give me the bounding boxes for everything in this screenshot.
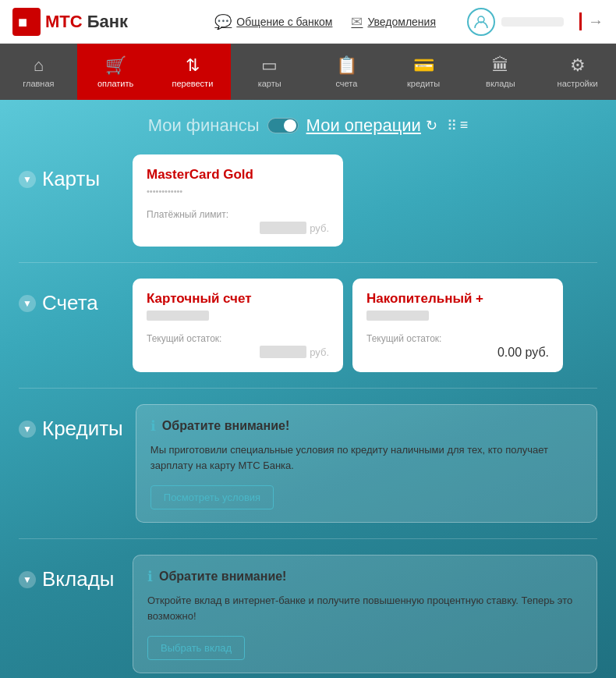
credits-icon: 💳 xyxy=(413,55,434,76)
deposits-choose-button[interactable]: Выбрать вклад xyxy=(147,636,245,660)
credits-attention-title: Обратите внимание! xyxy=(162,419,289,433)
cards-icon: ▭ xyxy=(261,55,278,76)
accounts-section-label: ▼ Счета xyxy=(19,279,120,315)
view-toggle-switch[interactable] xyxy=(267,118,299,133)
tab-operations[interactable]: Мои операции xyxy=(306,115,421,136)
deposits-icon: 🏛 xyxy=(492,55,509,76)
list-view-button[interactable]: ≡ xyxy=(460,117,469,134)
avatar[interactable] xyxy=(467,8,495,36)
credits-section: ▼ Кредиты ℹ Обратите внимание! Мы пригот… xyxy=(19,404,597,523)
grid-view-button[interactable]: ⠿ xyxy=(447,117,457,134)
info-icon: ℹ xyxy=(150,417,156,435)
home-icon: ⌂ xyxy=(34,55,44,76)
nav-item-credits[interactable]: 💳 кредиты xyxy=(385,44,462,100)
transfer-icon: ⇅ xyxy=(186,55,200,76)
notifications-link[interactable]: ✉ Уведомления xyxy=(351,13,436,30)
mts-logo-icon: ■ xyxy=(12,8,41,36)
deposits-section-toggle[interactable]: ▼ xyxy=(19,571,36,588)
credits-info-header: ℹ Обратите внимание! xyxy=(150,417,582,435)
deposits-attention-text: Откройте вклад в интернет-банке и получи… xyxy=(147,593,582,623)
credits-section-toggle[interactable]: ▼ xyxy=(19,421,36,438)
user-area: → xyxy=(467,8,604,36)
deposits-info-header: ℹ Обратите внимание! xyxy=(147,568,582,585)
tab-finances[interactable]: Мои финансы xyxy=(148,115,260,136)
brand-name: МТС Банк xyxy=(45,12,128,32)
refresh-button[interactable]: ↻ xyxy=(426,117,437,134)
cards-section-toggle[interactable]: ▼ xyxy=(19,171,36,188)
savings-title: Накопительный + xyxy=(366,291,549,307)
account-title: Карточный счет xyxy=(147,291,329,307)
deposits-attention-title: Обратите внимание! xyxy=(159,570,286,584)
card-account-card[interactable]: Карточный счет Текущий остаток: руб. xyxy=(133,279,343,372)
card-number: •••••••••••• xyxy=(147,186,329,197)
chat-link[interactable]: 💬 Общение с банком xyxy=(214,13,332,30)
cards-divider xyxy=(19,262,597,263)
mail-icon: ✉ xyxy=(351,13,363,30)
logo: ■ МТС Банк xyxy=(12,8,128,36)
nav-item-home[interactable]: ⌂ главная xyxy=(0,44,77,100)
cards-list: MasterCard Gold •••••••••••• Платёжный л… xyxy=(133,154,597,247)
nav-item-pay[interactable]: 🛒 оплатить xyxy=(77,44,154,100)
balance-label: Текущий остаток: xyxy=(147,333,329,344)
account-number xyxy=(147,310,329,321)
main-content: Мои финансы Мои операции ↻ ⠿ ≡ ▼ Карты M… xyxy=(0,100,616,678)
logout-button[interactable]: → xyxy=(579,12,604,30)
savings-balance-label: Текущий остаток: xyxy=(366,333,549,344)
savings-balance-value: 0.00 руб. xyxy=(366,346,549,360)
view-toggle-group: ⠿ ≡ xyxy=(447,117,469,134)
cards-section: ▼ Карты MasterCard Gold •••••••••••• Пла… xyxy=(19,154,597,247)
nav-item-accounts[interactable]: 📋 счета xyxy=(308,44,385,100)
user-name xyxy=(501,17,564,27)
pay-icon: 🛒 xyxy=(105,55,126,76)
nav-item-settings[interactable]: ⚙ настройки xyxy=(539,44,616,100)
nav-item-cards[interactable]: ▭ карты xyxy=(231,44,308,100)
accounts-list: Карточный счет Текущий остаток: руб. Нак… xyxy=(133,279,597,372)
deposits-info-icon: ℹ xyxy=(147,568,153,585)
deposits-section: ▼ Вклады ℹ Обратите внимание! Откройте в… xyxy=(19,555,597,673)
nav-item-transfer[interactable]: ⇅ перевести xyxy=(154,44,232,100)
credits-divider xyxy=(19,538,597,539)
nav-item-deposits[interactable]: 🏛 вклады xyxy=(462,44,540,100)
cards-section-label: ▼ Карты xyxy=(19,154,120,191)
svg-text:■: ■ xyxy=(18,13,27,30)
deposits-info-card: ℹ Обратите внимание! Откройте вклад в ин… xyxy=(133,555,597,673)
deposits-section-label: ▼ Вклады xyxy=(19,555,120,591)
credits-section-label: ▼ Кредиты xyxy=(19,404,123,441)
savings-account-card[interactable]: Накопительный + Текущий остаток: 0.00 ру… xyxy=(352,279,563,372)
chat-icon: 💬 xyxy=(214,13,232,30)
card-title: MasterCard Gold xyxy=(147,167,329,183)
limit-value: руб. xyxy=(147,222,329,234)
header: ■ МТС Банк 💬 Общение с банком ✉ Уведомле… xyxy=(0,0,616,44)
header-links: 💬 Общение с банком ✉ Уведомления → xyxy=(214,8,604,36)
accounts-section-toggle[interactable]: ▼ xyxy=(19,295,36,312)
mastercard-gold-card[interactable]: MasterCard Gold •••••••••••• Платёжный л… xyxy=(133,154,343,247)
accounts-icon: 📋 xyxy=(336,55,357,76)
credits-info-card: ℹ Обратите внимание! Мы приготовили спец… xyxy=(136,404,597,523)
tab-row: Мои финансы Мои операции ↻ ⠿ ≡ xyxy=(19,115,597,136)
settings-icon: ⚙ xyxy=(570,55,586,76)
limit-label: Платёжный лимит: xyxy=(147,209,329,220)
balance-value: руб. xyxy=(147,346,329,358)
savings-number xyxy=(366,310,549,321)
accounts-divider xyxy=(19,388,597,389)
main-navigation: ⌂ главная 🛒 оплатить ⇅ перевести ▭ карты… xyxy=(0,44,616,100)
credits-attention-text: Мы приготовили специальные условия по кр… xyxy=(150,442,582,473)
credits-view-conditions-button[interactable]: Посмотреть условия xyxy=(150,485,274,509)
accounts-section: ▼ Счета Карточный счет Текущий остаток: … xyxy=(19,279,597,372)
